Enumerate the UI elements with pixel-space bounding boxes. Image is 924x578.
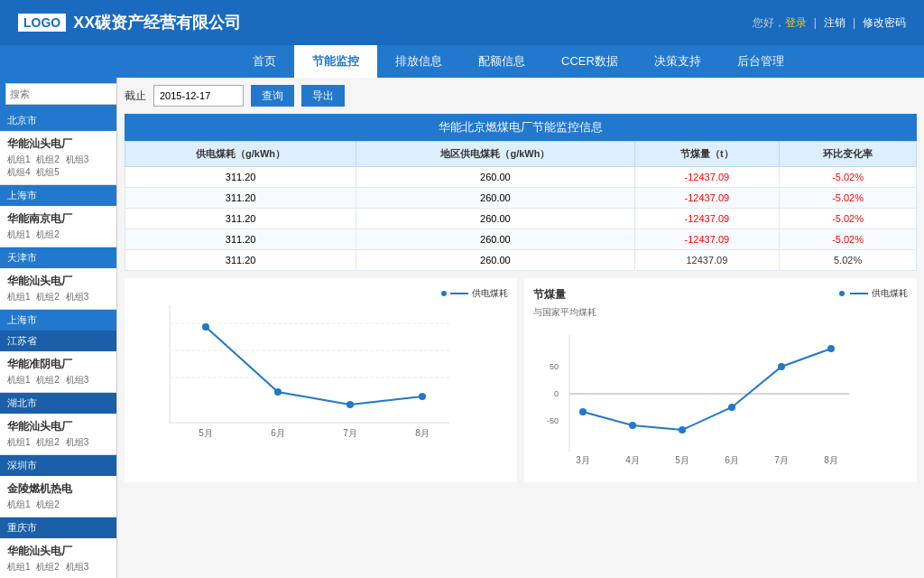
plant-item[interactable]: 华能汕头电厂 机组1 机组2 机组3 — [0, 538, 116, 578]
svg-text:4月: 4月 — [625, 455, 640, 465]
svg-point-28 — [778, 363, 785, 370]
svg-text:0: 0 — [554, 389, 559, 398]
divider2: | — [853, 16, 855, 29]
right-legend-label: 供电煤耗 — [872, 287, 908, 300]
cell-supply: 311.20 — [125, 209, 356, 229]
col-header-region: 地区供电煤耗（g/kWh） — [356, 142, 634, 167]
svg-point-9 — [202, 323, 209, 331]
region-shenzhen1[interactable]: 深圳市 — [0, 455, 116, 476]
region-hubei1[interactable]: 湖北市 — [0, 393, 116, 414]
nav-item-energy[interactable]: 节能监控 — [294, 45, 377, 78]
plant-item[interactable]: 华能南京电厂 机组1 机组2 — [0, 206, 116, 247]
cell-saving: -12437.09 — [634, 229, 780, 250]
change-pwd-link[interactable]: 修改密码 — [863, 15, 906, 31]
nav-item-decision[interactable]: 决策支持 — [636, 45, 719, 78]
sidebar: 搜索 北京市 华能汕头电厂 机组1 机组2 机组3 机组4 机组5 上海市 华能… — [0, 78, 117, 578]
table-row: 311.20 260.00 -12437.09 -5.02% — [125, 229, 917, 250]
cell-change: -5.02% — [780, 188, 917, 209]
plant-name: 华能准阴电厂 — [7, 357, 109, 372]
legend-line — [450, 293, 468, 294]
right-chart-svg: 0 50 -50 3月 4月 5月 6月 7月 8月 — [533, 326, 867, 471]
plant-name: 华能汕头电厂 — [7, 136, 109, 152]
export-button[interactable]: 导出 — [301, 85, 345, 107]
svg-text:6月: 6月 — [271, 428, 285, 438]
plant-name: 华能汕头电厂 — [7, 419, 109, 434]
table-row: 311.20 260.00 -12437.09 -5.02% — [125, 188, 917, 209]
cell-supply: 311.20 — [125, 250, 356, 271]
header: LOGO XX碳资产经营有限公司 您好，登录 | 注销 | 修改密码 — [0, 0, 924, 45]
region-shanghai2[interactable]: 上海市 — [0, 310, 116, 331]
nav-bar: 首页 节能监控 排放信息 配额信息 CCER数据 决策支持 后台管理 — [0, 45, 924, 78]
left-chart-svg: 5月 6月 7月 8月 — [134, 287, 467, 450]
company-name: XX碳资产经营有限公司 — [73, 12, 241, 33]
nav-item-quota[interactable]: 配额信息 — [460, 45, 543, 78]
cell-change: -5.02% — [780, 229, 917, 250]
logo-box: LOGO — [18, 14, 66, 32]
svg-text:5月: 5月 — [199, 428, 213, 438]
svg-point-25 — [629, 422, 636, 429]
cell-region: 260.00 — [356, 250, 634, 271]
username-link[interactable]: 登录 — [785, 16, 807, 29]
nav-item-ccer[interactable]: CCER数据 — [543, 45, 636, 78]
region-tianjin1[interactable]: 天津市 — [0, 247, 116, 268]
svg-point-24 — [579, 408, 587, 415]
header-right: 您好，登录 | 注销 | 修改密码 — [753, 15, 906, 31]
plant-units: 机组1 机组2 — [7, 499, 109, 511]
plant-units: 机组1 机组2 机组3 — [7, 436, 109, 449]
plant-name: 华能汕头电厂 — [7, 544, 109, 559]
cell-region: 260.00 — [356, 209, 634, 229]
svg-text:7月: 7月 — [343, 428, 357, 438]
right-chart: 供电煤耗 节煤量 与国家平均煤耗 0 50 -50 3月 4月 5月 6月 — [524, 278, 917, 482]
nav-item-emission[interactable]: 排放信息 — [377, 45, 460, 78]
svg-text:-50: -50 — [547, 416, 559, 425]
nav-item-home[interactable]: 首页 — [235, 45, 294, 78]
cell-change: -5.02% — [780, 209, 917, 229]
search-input[interactable] — [5, 83, 117, 105]
date-input[interactable] — [153, 85, 244, 107]
right-chart-legend: 供电煤耗 — [839, 287, 908, 300]
cell-saving: -12437.09 — [634, 167, 780, 188]
cell-region: 260.00 — [356, 188, 634, 209]
right-chart-subtitle: 与国家平均煤耗 — [533, 306, 908, 319]
plant-item[interactable]: 华能汕头电厂 机组1 机组2 机组3 — [0, 414, 116, 455]
divider: | — [814, 16, 817, 29]
svg-point-12 — [419, 393, 426, 400]
region-beijing1[interactable]: 北京市 — [0, 110, 116, 131]
plant-item[interactable]: 华能准阴电厂 机组1 机组2 机组3 — [0, 351, 116, 393]
cell-supply: 311.20 — [125, 229, 356, 250]
svg-text:50: 50 — [550, 362, 559, 371]
right-legend-line — [850, 293, 868, 294]
region-chongqing1[interactable]: 重庆市 — [0, 517, 116, 538]
query-button[interactable]: 查询 — [251, 85, 294, 107]
col-header-supply: 供电煤耗（g/kWh） — [125, 142, 356, 167]
svg-point-29 — [827, 345, 835, 352]
left-chart: 供电煤耗 5月 6月 7月 8月 — [125, 278, 517, 482]
svg-text:8月: 8月 — [415, 428, 430, 438]
region-shanghai1[interactable]: 上海市 — [0, 185, 116, 206]
col-header-saving: 节煤量（t） — [634, 142, 780, 167]
plant-item[interactable]: 金陵燃机热电 机组1 机组2 — [0, 476, 116, 517]
plant-item[interactable]: 华能汕头电厂 机组1 机组2 机组3 机组4 机组5 — [0, 131, 116, 185]
plant-units: 机组1 机组2 机组3 — [7, 561, 109, 573]
region-jiangsu[interactable]: 江苏省 — [0, 331, 116, 351]
svg-point-26 — [679, 426, 686, 434]
col-header-change: 环比变化率 — [780, 142, 917, 167]
cell-change: -5.02% — [780, 167, 917, 188]
logout-link[interactable]: 注销 — [824, 15, 845, 31]
plant-item[interactable]: 华能汕头电厂 机组1 机组2 机组3 — [0, 268, 116, 310]
cell-change: 5.02% — [780, 250, 917, 271]
svg-point-27 — [728, 404, 735, 411]
cell-region: 260.00 — [356, 229, 634, 250]
table-row: 311.20 260.00 -12437.09 -5.02% — [125, 167, 917, 188]
table-row: 311.20 260.00 12437.09 5.02% — [125, 250, 917, 271]
energy-table: 供电煤耗（g/kWh） 地区供电煤耗（g/kWh） 节煤量（t） 环比变化率 3… — [125, 141, 917, 271]
legend-dot — [441, 291, 447, 296]
nav-item-admin[interactable]: 后台管理 — [719, 45, 802, 78]
svg-text:7月: 7月 — [774, 455, 789, 465]
svg-point-10 — [274, 388, 282, 396]
svg-point-11 — [346, 401, 354, 408]
cell-saving: -12437.09 — [634, 188, 780, 209]
logo-area: LOGO XX碳资产经营有限公司 — [18, 12, 241, 33]
table-row: 311.20 260.00 -12437.09 -5.02% — [125, 209, 917, 229]
main-area: 搜索 北京市 华能汕头电厂 机组1 机组2 机组3 机组4 机组5 上海市 华能… — [0, 78, 924, 578]
